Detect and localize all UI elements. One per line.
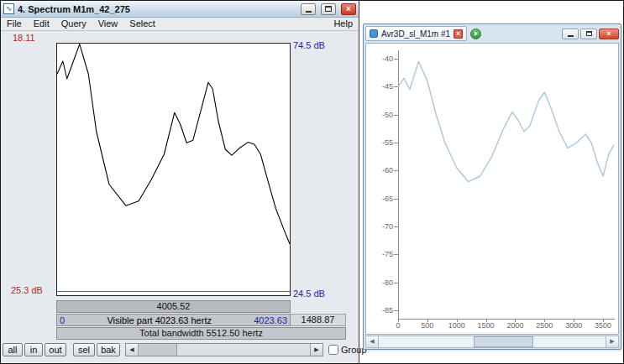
zoom-in-button[interactable]: in [24, 343, 43, 356]
menu-help[interactable]: Help [328, 18, 359, 30]
scrollbar-track[interactable] [139, 344, 310, 356]
menu-edit[interactable]: Edit [28, 18, 55, 30]
x-tick-mark [603, 319, 604, 322]
scroll-right-icon[interactable]: ▶ [606, 336, 618, 347]
total-bandwidth-bar[interactable]: Total bandwidth 5512.50 hertz [56, 327, 346, 340]
x-tick-label: 500 [417, 321, 438, 330]
chart-tab[interactable]: Avr3D_sl_M1m #1 × [365, 26, 467, 41]
x-tick-mark [544, 319, 545, 322]
maximize-icon [325, 6, 332, 12]
remainder-bar[interactable]: 1488.87 [291, 314, 346, 326]
close-icon: × [606, 29, 611, 38]
screenshot-root: ∿ 4. Spectrum M1m_42_275 × File Edit Que… [0, 0, 624, 364]
all-button[interactable]: all [3, 343, 23, 356]
y-tick-label: -80 [368, 278, 393, 287]
avr-chart-window: Avr3D_sl_M1m #1 × × -40-45-50-55-60-65-7… [363, 23, 621, 350]
x-tick-mark [515, 319, 516, 322]
y-tick-mark [394, 283, 398, 283]
close-button[interactable]: × [341, 3, 356, 15]
y-tick-label: -70 [368, 222, 393, 231]
zoom-back-button[interactable]: bak [97, 343, 120, 356]
x-tick-mark [457, 319, 458, 322]
y-tick-mark [394, 199, 398, 200]
scroll-right-icon[interactable]: ▶ [310, 344, 322, 356]
selection-bar[interactable]: 4005.52 [56, 300, 291, 313]
avr-plot-area[interactable]: -40-45-50-55-60-65-70-75-80-850500100015… [365, 43, 619, 335]
y-tick-label: -60 [368, 166, 393, 174]
menu-file[interactable]: File [1, 18, 28, 30]
cursor-level-line [57, 291, 290, 292]
title-bar[interactable]: ∿ 4. Spectrum M1m_42_275 × [1, 1, 359, 18]
chart-scrollbar-track[interactable] [379, 336, 606, 347]
x-tick-label: 2000 [505, 321, 525, 330]
minimize-icon [306, 11, 312, 13]
x-tick-mark [398, 319, 399, 322]
cursor-db-label: 25.3 dB [11, 285, 43, 295]
editor-client-area: 18.11 74.5 dB 25.3 dB 24.5 dB 4005.52 0 … [1, 31, 359, 363]
y-tick-mark [394, 170, 398, 171]
visible-end-label: 4023.63 [254, 315, 287, 325]
visible-part-label: Visible part 4023.63 hertz [107, 315, 212, 325]
y-tick-mark [394, 59, 398, 60]
group-checkbox[interactable] [328, 345, 338, 355]
avr-curve-svg[interactable] [366, 44, 618, 334]
x-tick-label: 3000 [564, 321, 584, 330]
scroll-left-icon[interactable]: ◀ [126, 344, 139, 356]
zoom-selection-button[interactable]: sel [73, 343, 95, 356]
y-tick-label: -40 [368, 55, 393, 63]
maximize-button-right[interactable] [580, 29, 597, 39]
window-icon: ∿ [3, 3, 14, 14]
x-tick-label: 3500 [593, 321, 613, 330]
minimize-button[interactable] [301, 3, 316, 15]
bottom-controls: all in out sel bak ◀ ▶ Group [1, 343, 359, 361]
maximize-button[interactable] [321, 3, 336, 15]
y-tick-label: -45 [368, 82, 393, 91]
visible-part-row: 0 Visible part 4023.63 hertz 4023.63 148… [56, 314, 346, 326]
open-chart-button[interactable] [470, 29, 481, 39]
horizontal-scrollbar[interactable]: ◀ ▶ [125, 343, 323, 356]
window-title: 4. Spectrum M1m_42_275 [18, 4, 297, 14]
y-tick-mark [394, 254, 398, 255]
x-tick-mark [486, 319, 487, 322]
close-button-right[interactable]: × [599, 29, 619, 39]
minimize-icon [568, 35, 574, 37]
visible-start-label: 0 [60, 315, 65, 325]
scroll-left-icon[interactable]: ◀ [366, 336, 379, 347]
visible-part-bar[interactable]: 0 Visible part 4023.63 hertz 4023.63 [56, 314, 291, 326]
min-db-label: 24.5 dB [293, 289, 325, 299]
y-tick-mark [394, 226, 398, 227]
minimize-button-right[interactable] [562, 29, 579, 39]
group-control[interactable]: Group [328, 345, 367, 355]
x-tick-label: 1000 [447, 321, 467, 330]
y-tick-label: -75 [368, 250, 393, 258]
chart-title-bar[interactable]: Avr3D_sl_M1m #1 × × [364, 24, 621, 43]
x-tick-label: 2500 [534, 321, 554, 330]
y-tick-label: -50 [368, 111, 393, 119]
x-tick-label: 1500 [476, 321, 496, 330]
chart-scrollbar-thumb[interactable] [474, 336, 532, 347]
chart-horizontal-scrollbar[interactable]: ◀ ▶ [365, 335, 619, 348]
tab-close-button[interactable]: × [454, 29, 463, 39]
cursor-top-label: 18.11 [13, 33, 35, 43]
max-db-label: 74.5 dB [293, 40, 325, 50]
arrow-icon [475, 31, 478, 36]
menu-select[interactable]: Select [123, 18, 161, 30]
maximize-icon [586, 31, 592, 36]
zoom-out-button[interactable]: out [45, 343, 66, 356]
menu-view[interactable]: View [92, 18, 124, 30]
y-tick-label: -55 [368, 138, 393, 147]
y-tick-label: -85 [368, 306, 393, 315]
spectrum-plot-area[interactable] [56, 43, 291, 296]
y-tick-mark [394, 115, 398, 116]
menu-query[interactable]: Query [55, 18, 92, 30]
y-tick-mark [394, 310, 398, 311]
menu-bar: File Edit Query View Select Help [1, 18, 359, 31]
spectrum-curve-svg[interactable] [57, 44, 290, 295]
x-tick-mark [427, 319, 428, 322]
y-tick-mark [394, 143, 398, 143]
scrollbar-thumb[interactable] [139, 344, 177, 356]
close-icon: × [346, 5, 351, 13]
spectrum-editor-window: ∿ 4. Spectrum M1m_42_275 × File Edit Que… [1, 1, 359, 363]
y-tick-label: -65 [368, 195, 393, 203]
chart-tab-icon [370, 29, 378, 38]
